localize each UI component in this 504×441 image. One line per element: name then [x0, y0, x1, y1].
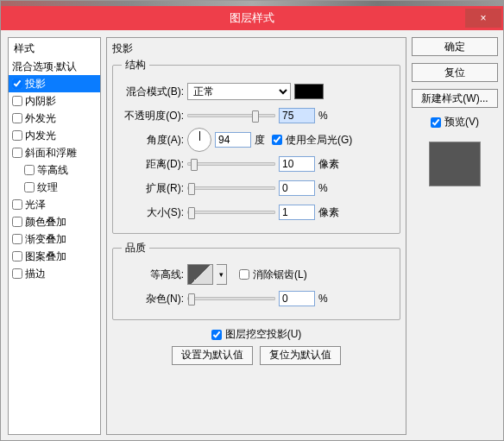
opacity-label: 不透明度(O):: [122, 109, 184, 123]
style-item-label: 颜色叠加: [25, 215, 66, 230]
style-item-label: 内阴影: [25, 94, 56, 109]
spread-row: 扩展(R): %: [122, 176, 391, 200]
knockout-row: 图层挖空投影(U): [112, 327, 400, 343]
style-item-5[interactable]: 斜面和浮雕: [9, 144, 100, 161]
style-item-label: 渐变叠加: [25, 232, 66, 247]
opacity-input[interactable]: [279, 108, 315, 123]
opacity-row: 不透明度(O): %: [122, 104, 391, 128]
knockout-label: 图层挖空投影(U): [225, 327, 302, 342]
opacity-slider[interactable]: [187, 114, 275, 117]
style-checkbox[interactable]: [12, 96, 22, 106]
antialias-option[interactable]: 消除锯齿(L): [239, 268, 307, 282]
blend-mode-label: 混合模式(B):: [122, 85, 184, 99]
antialias-label: 消除锯齿(L): [253, 268, 307, 282]
structure-legend: 结构: [122, 58, 149, 72]
style-checkbox[interactable]: [12, 251, 22, 261]
preview-option[interactable]: 预览(V): [412, 115, 498, 129]
knockout-checkbox[interactable]: [211, 330, 222, 340]
style-checkbox[interactable]: [12, 130, 22, 141]
styles-list-panel: 样式 混合选项·默认投影内阴影外发光内发光斜面和浮雕等高线纹理光泽颜色叠加渐变叠…: [8, 37, 101, 435]
global-light-option[interactable]: 使用全局光(G): [272, 133, 352, 148]
antialias-checkbox[interactable]: [239, 269, 249, 280]
close-icon: ×: [480, 12, 486, 24]
set-default-button[interactable]: 设置为默认值: [172, 346, 253, 365]
style-checkbox[interactable]: [12, 217, 22, 227]
style-checkbox[interactable]: [24, 165, 35, 175]
style-checkbox[interactable]: [12, 113, 22, 123]
angle-dial[interactable]: [187, 128, 211, 152]
style-checkbox[interactable]: [12, 148, 22, 158]
style-item-1[interactable]: 投影: [9, 75, 100, 92]
defaults-buttons: 设置为默认值 复位为默认值: [112, 346, 400, 365]
style-item-3[interactable]: 外发光: [9, 110, 100, 127]
style-item-label: 斜面和浮雕: [25, 146, 77, 161]
contour-row: 等高线: ▾ 消除锯齿(L): [122, 262, 391, 287]
style-item-0[interactable]: 混合选项·默认: [9, 58, 100, 75]
shadow-color-swatch[interactable]: [294, 84, 324, 99]
blend-mode-row: 混合模式(B): 正常: [122, 79, 391, 104]
angle-row: 角度(A): 度 使用全局光(G): [122, 128, 391, 152]
ok-button[interactable]: 确定: [412, 37, 498, 56]
style-checkbox[interactable]: [12, 79, 22, 89]
distance-slider[interactable]: [187, 162, 275, 166]
close-button[interactable]: ×: [465, 9, 501, 28]
style-item-12[interactable]: 描边: [9, 265, 100, 282]
style-checkbox[interactable]: [24, 182, 35, 192]
spread-input[interactable]: [279, 180, 315, 196]
spread-label: 扩展(R):: [122, 181, 184, 196]
styles-list: 混合选项·默认投影内阴影外发光内发光斜面和浮雕等高线纹理光泽颜色叠加渐变叠加图案…: [9, 58, 100, 282]
quality-legend: 品质: [122, 241, 149, 255]
cancel-button[interactable]: 复位: [412, 63, 498, 82]
noise-input[interactable]: [279, 291, 315, 306]
percent-unit: %: [318, 110, 341, 122]
style-checkbox[interactable]: [12, 268, 22, 279]
style-item-6[interactable]: 等高线: [9, 161, 100, 179]
blend-mode-select[interactable]: 正常: [187, 83, 291, 100]
new-style-button[interactable]: 新建样式(W)...: [412, 89, 498, 108]
angle-label: 角度(A):: [122, 133, 184, 148]
style-item-7[interactable]: 纹理: [9, 179, 100, 196]
size-row: 大小(S): 像素: [122, 200, 391, 224]
style-item-label: 描边: [25, 267, 46, 281]
global-light-checkbox[interactable]: [272, 135, 282, 145]
global-light-label: 使用全局光(G): [286, 133, 352, 148]
preview-checkbox[interactable]: [431, 117, 441, 128]
angle-input[interactable]: [215, 132, 251, 148]
effect-title: 投影: [112, 41, 400, 56]
style-item-label: 外发光: [25, 111, 56, 126]
window-title: 图层样式: [230, 10, 274, 26]
noise-slider[interactable]: [187, 297, 275, 300]
style-item-label: 图案叠加: [25, 249, 66, 264]
titlebar: 图层样式 ×: [1, 6, 503, 30]
size-unit: 像素: [318, 205, 341, 220]
style-item-9[interactable]: 颜色叠加: [9, 213, 100, 230]
distance-unit: 像素: [318, 157, 341, 172]
spread-unit: %: [318, 182, 341, 194]
contour-picker[interactable]: [187, 264, 213, 285]
style-item-2[interactable]: 内阴影: [9, 92, 100, 110]
style-item-label: 投影: [25, 77, 46, 91]
style-item-label: 等高线: [37, 163, 68, 178]
distance-label: 距离(D):: [122, 157, 184, 172]
style-item-4[interactable]: 内发光: [9, 127, 100, 144]
size-label: 大小(S):: [122, 205, 184, 220]
distance-input[interactable]: [279, 156, 315, 172]
reset-default-button[interactable]: 复位为默认值: [260, 346, 341, 365]
size-slider[interactable]: [187, 211, 275, 214]
contour-dropdown-icon[interactable]: ▾: [217, 264, 227, 285]
style-item-8[interactable]: 光泽: [9, 196, 100, 213]
structure-group: 结构 混合模式(B): 正常 不透明度(O): % 角度(A): 度: [112, 58, 400, 234]
layer-style-dialog: 图层样式 × 样式 混合选项·默认投影内阴影外发光内发光斜面和浮雕等高线纹理光泽…: [0, 0, 504, 441]
style-item-11[interactable]: 图案叠加: [9, 248, 100, 265]
contour-label: 等高线:: [122, 268, 184, 282]
style-checkbox[interactable]: [12, 199, 22, 210]
distance-row: 距离(D): 像素: [122, 152, 391, 176]
spread-slider[interactable]: [187, 186, 275, 190]
size-input[interactable]: [279, 205, 315, 220]
style-item-label: 纹理: [37, 180, 58, 195]
style-item-10[interactable]: 渐变叠加: [9, 230, 100, 248]
settings-panel: 投影 结构 混合模式(B): 正常 不透明度(O): % 角度(A):: [106, 37, 406, 435]
knockout-option[interactable]: 图层挖空投影(U): [211, 327, 302, 342]
noise-unit: %: [318, 293, 341, 305]
style-checkbox[interactable]: [12, 234, 22, 244]
